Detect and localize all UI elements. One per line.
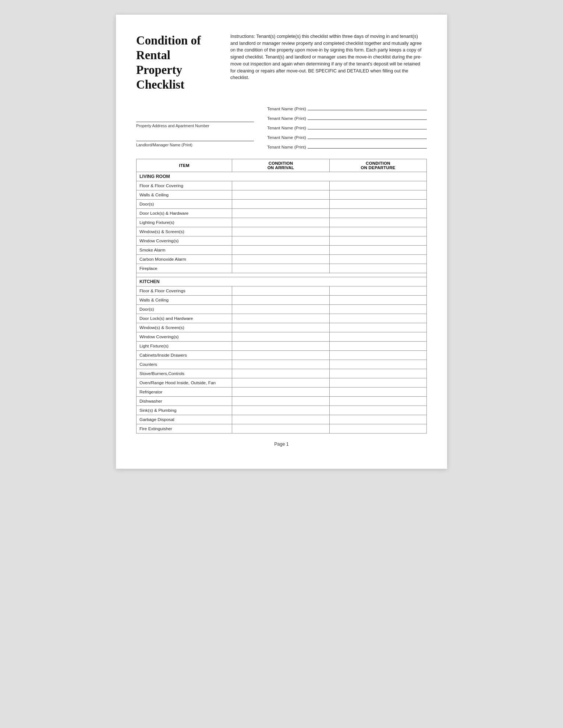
arrival-cell: [232, 369, 329, 378]
tenant-row-4: Tenant Name (Print): [267, 133, 427, 140]
tenant-label-5: Tenant Name (Print): [267, 144, 306, 150]
departure-cell: [329, 378, 426, 388]
arrival-cell: [232, 286, 329, 296]
title-block: Condition of Rental Property Checklist: [136, 33, 217, 92]
departure-cell: [329, 397, 426, 406]
table-row: Smoke Alarm: [137, 246, 427, 255]
arrival-cell: [232, 181, 329, 190]
arrival-cell: [232, 305, 329, 314]
item-cell: Cabinets/Inside Drawers: [137, 351, 232, 360]
tenant-row-2: Tenant Name (Print): [267, 114, 427, 121]
item-cell: Garbage Disposal: [137, 415, 232, 424]
item-cell: Oven/Range Hood Inside, Outside, Fan: [137, 378, 232, 388]
page-title: Condition of Rental Property Checklist: [136, 33, 217, 92]
table-row: Window Covering(s): [137, 332, 427, 342]
tenant-label-1: Tenant Name (Print): [267, 106, 306, 111]
item-cell: Window Covering(s): [137, 332, 232, 342]
arrival-cell: [232, 200, 329, 209]
item-cell: Window(s) & Screen(s): [137, 227, 232, 236]
departure-cell: [329, 200, 426, 209]
checklist-table: ITEM CONDITIONON ARRIVAL CONDITIONON DEP…: [136, 159, 427, 433]
page-number: Page 1: [274, 442, 289, 447]
departure-cell: [329, 342, 426, 351]
col-header-departure: CONDITIONON DEPARTURE: [329, 159, 426, 172]
arrival-cell: [232, 388, 329, 397]
item-cell: Window Covering(s): [137, 236, 232, 246]
page: Condition of Rental Property Checklist I…: [116, 15, 447, 469]
departure-cell: [329, 190, 426, 200]
departure-cell: [329, 388, 426, 397]
table-row: Oven/Range Hood Inside, Outside, Fan: [137, 378, 427, 388]
departure-cell: [329, 406, 426, 415]
tenant-row-1: Tenant Name (Print): [267, 104, 427, 111]
instructions-text: Instructions: Tenant(s) complete(s) this…: [230, 33, 427, 81]
arrival-cell: [232, 424, 329, 433]
col-header-arrival: CONDITIONON ARRIVAL: [232, 159, 329, 172]
table-row: Sink(s) & Plumbing: [137, 406, 427, 415]
departure-cell: [329, 296, 426, 305]
arrival-cell: [232, 332, 329, 342]
departure-cell: [329, 314, 426, 323]
item-cell: Door(s): [137, 200, 232, 209]
tenant-row-3: Tenant Name (Print): [267, 124, 427, 131]
table-row: Door Lock(s) & Hardware: [137, 209, 427, 218]
arrival-cell: [232, 190, 329, 200]
table-row: Counters: [137, 360, 427, 369]
section-header-1: KITCHEN: [137, 277, 427, 286]
item-cell: Fire Extinguisher: [137, 424, 232, 433]
item-cell: Walls & Ceiling: [137, 296, 232, 305]
item-cell: Carbon Monoxide Alarm: [137, 255, 232, 264]
item-cell: Walls & Ceiling: [137, 190, 232, 200]
arrival-cell: [232, 342, 329, 351]
item-cell: Fireplace: [137, 264, 232, 273]
table-row: Fire Extinguisher: [137, 424, 427, 433]
arrival-cell: [232, 296, 329, 305]
table-row: Lighting Fixture(s): [137, 218, 427, 227]
departure-cell: [329, 305, 426, 314]
arrival-cell: [232, 218, 329, 227]
arrival-cell: [232, 397, 329, 406]
arrival-cell: [232, 264, 329, 273]
table-row: Floor & Floor Coverings: [137, 286, 427, 296]
header-section: Condition of Rental Property Checklist I…: [136, 33, 427, 92]
departure-cell: [329, 246, 426, 255]
departure-cell: [329, 351, 426, 360]
arrival-cell: [232, 323, 329, 332]
table-row: Stove/Burners,Controls: [137, 369, 427, 378]
table-row: Walls & Ceiling: [137, 296, 427, 305]
table-row: Cabinets/Inside Drawers: [137, 351, 427, 360]
arrival-cell: [232, 246, 329, 255]
page-footer: Page 1: [136, 442, 427, 447]
departure-cell: [329, 181, 426, 190]
tenant-label-2: Tenant Name (Print): [267, 116, 306, 121]
col-header-item: ITEM: [137, 159, 232, 172]
item-cell: Lighting Fixture(s): [137, 218, 232, 227]
item-cell: Smoke Alarm: [137, 246, 232, 255]
departure-cell: [329, 255, 426, 264]
right-fields: Tenant Name (Print) Tenant Name (Print) …: [267, 103, 427, 152]
item-cell: Sink(s) & Plumbing: [137, 406, 232, 415]
departure-cell: [329, 218, 426, 227]
spacer-row: [137, 273, 427, 277]
arrival-cell: [232, 255, 329, 264]
table-row: Dishwasher: [137, 397, 427, 406]
arrival-cell: [232, 227, 329, 236]
item-cell: Counters: [137, 360, 232, 369]
property-address-line: [136, 114, 254, 122]
item-cell: Floor & Floor Coverings: [137, 286, 232, 296]
item-cell: Refrigerator: [137, 388, 232, 397]
tenant-label-3: Tenant Name (Print): [267, 125, 306, 131]
arrival-cell: [232, 360, 329, 369]
item-cell: Window(s) & Screen(s): [137, 323, 232, 332]
arrival-cell: [232, 209, 329, 218]
table-row: Carbon Monoxide Alarm: [137, 255, 427, 264]
arrival-cell: [232, 415, 329, 424]
item-cell: Door Lock(s) & Hardware: [137, 209, 232, 218]
departure-cell: [329, 323, 426, 332]
tenant-label-4: Tenant Name (Print): [267, 135, 306, 140]
departure-cell: [329, 360, 426, 369]
departure-cell: [329, 332, 426, 342]
table-row: Fireplace: [137, 264, 427, 273]
departure-cell: [329, 369, 426, 378]
property-address-label: Property Address and Apartment Number: [136, 124, 254, 128]
